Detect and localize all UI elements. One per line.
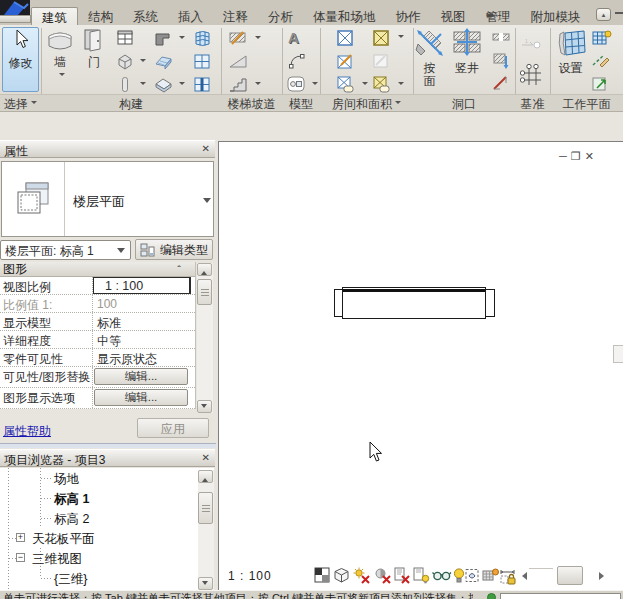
modify-button[interactable]: 修改 [2,27,39,92]
collapse-icon[interactable]: ˆ [177,263,181,277]
tree-item-label[interactable]: 场地 [54,471,79,488]
area-icon[interactable] [372,29,392,47]
detail-level-icon[interactable] [314,567,332,585]
properties-help-link[interactable]: 属性帮助 [3,423,51,440]
close-icon[interactable]: ✕ [202,143,210,154]
tab-注释[interactable]: 注释 [213,7,258,25]
vertical-scrollbar-thumb[interactable] [613,345,623,363]
tab-结构[interactable]: 结构 [78,7,123,25]
window-restore-icon[interactable]: ❐ [571,150,585,162]
panel-label-房间和面积[interactable]: 房间和面积 [320,96,413,111]
chevron-down-icon[interactable] [255,82,261,88]
chevron-down-icon[interactable] [140,59,146,65]
column-icon[interactable] [116,76,136,94]
tree-item-标高 2[interactable]: 标高 2 [0,508,214,528]
scroll-down-button[interactable] [197,400,212,413]
temporary-view-properties-icon[interactable] [464,567,482,585]
expand-icon[interactable]: + [16,533,25,542]
grid-icon[interactable] [520,63,540,81]
tab-管理[interactable]: 管理 [476,7,521,25]
scroll-left-icon[interactable] [518,572,527,580]
property-value[interactable]: 中等 [93,331,195,348]
opening-by-face-button[interactable]: 按面 [413,28,446,88]
scroll-up-button[interactable] [198,470,213,483]
show-crop-region-icon[interactable] [412,567,430,585]
model-line-icon[interactable] [287,52,307,70]
chevron-down-icon[interactable] [31,101,37,107]
stairs-icon[interactable] [228,75,248,93]
tree-item-{三维}[interactable]: {三维} [0,568,214,588]
chevron-down-icon[interactable] [179,36,185,42]
collapse-icon[interactable]: − [16,553,25,562]
tab-插入[interactable]: 插入 [168,7,213,25]
instance-selector[interactable]: 楼层平面: 标高 1 [0,240,131,260]
ref-plane-icon[interactable] [591,52,611,70]
chevron-down-icon[interactable] [398,35,404,41]
scrollbar-thumb[interactable] [197,279,212,305]
viewer-icon[interactable] [591,75,611,93]
scroll-up-button[interactable] [197,263,212,276]
window-icon[interactable] [116,30,136,48]
properties-palette-titlebar[interactable]: 属性 ✕ [0,140,215,158]
tree-item-天花板平面[interactable]: +天花板平面 [0,528,214,548]
ramp-icon[interactable] [228,52,248,70]
tree-item-label[interactable]: 天花板平面 [32,531,95,548]
ceiling-icon[interactable] [154,53,174,71]
property-value[interactable]: 标准 [93,313,195,330]
tree-item-label[interactable]: {三维} [54,571,87,588]
sun-path-icon[interactable] [353,567,371,585]
window-minimize-icon[interactable]: ─ [559,150,571,162]
tab-体量和场地[interactable]: 体量和场地 [303,7,386,25]
shadows-icon[interactable] [374,567,392,585]
application-button-icon[interactable] [0,0,30,15]
model-group-icon[interactable] [286,75,306,93]
chevron-down-icon[interactable] [398,82,404,88]
scroll-down-button[interactable] [198,577,213,590]
mullion-icon[interactable] [193,76,213,94]
edit-button[interactable]: 编辑... [94,389,188,406]
tree-item-三维视图[interactable]: −三维视图 [0,548,214,568]
roof-icon[interactable] [154,30,174,48]
view-scale-button[interactable]: 1 : 100 [228,569,272,583]
floor-icon[interactable] [154,76,174,94]
railing-icon[interactable] [228,29,248,47]
tag-room-icon[interactable] [336,75,356,93]
wall-geometry[interactable] [331,283,503,323]
horizontal-scrollbar-thumb[interactable] [557,566,583,585]
scroll-right-icon[interactable] [599,572,608,580]
tab-系统[interactable]: 系统 [123,7,168,25]
wall-button[interactable]: 墙 [46,28,74,83]
tab-附加模块[interactable]: 附加模块 [521,7,591,25]
property-value[interactable]: 显示原状态 [93,349,195,366]
panel-label-选择[interactable]: 选择 [0,96,41,111]
tag-area-icon[interactable] [372,75,392,93]
tab-协作[interactable]: 协作 [386,7,431,25]
curtain-grid-icon[interactable] [193,53,213,71]
scrollbar-thumb[interactable] [198,492,213,524]
visual-style-icon[interactable] [333,567,351,585]
model-text-icon[interactable]: A [288,29,308,47]
tab-分析[interactable]: 分析 [258,7,303,25]
door-button[interactable]: 门 [80,28,108,69]
temporary-hide-isolate-icon[interactable] [432,567,450,585]
tree-item-场地[interactable]: 场地 [0,468,214,488]
close-icon[interactable]: ✕ [202,452,210,463]
show-work-plane-icon[interactable] [591,29,611,47]
project-browser-titlebar[interactable]: 项目浏览器 - 项目3 ✕ [0,449,215,467]
tree-item-标高 1[interactable]: 标高 1 [0,488,214,508]
drawing-area[interactable]: ─❐✕ 1 : 100 [218,141,623,591]
project-browser-tree[interactable]: 场地标高 1标高 2+天花板平面−三维视图{三维} [0,468,214,590]
tree-item-label[interactable]: 三维视图 [32,551,82,568]
wall-opening-icon[interactable] [492,29,512,47]
vertical-opening-icon[interactable] [492,52,512,70]
tab-建筑[interactable]: 建筑 [31,7,78,25]
edit-type-button[interactable]: 编辑类型 [135,239,213,260]
tree-item-label[interactable]: 标高 2 [54,511,89,528]
component-icon[interactable] [116,53,136,71]
status-search-field[interactable] [500,593,621,599]
graphics-group-header[interactable]: 图形 ˆ [0,262,195,277]
chevron-down-icon[interactable] [179,82,185,88]
tree-item-label[interactable]: 标高 1 [54,491,89,508]
type-selector[interactable]: 楼层平面 [1,161,214,237]
curtain-system-icon[interactable] [193,29,213,47]
